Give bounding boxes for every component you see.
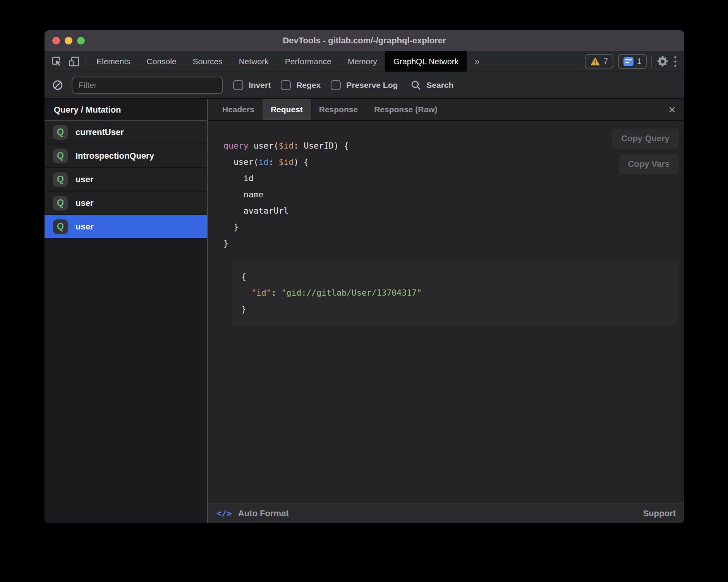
tab-console[interactable]: Console — [139, 51, 185, 72]
invert-checkbox-group: Invert — [233, 80, 271, 90]
devtools-tab-bar: Elements Console Sources Network Perform… — [45, 51, 684, 72]
list-item-user-3-selected[interactable]: Q user — [45, 215, 207, 239]
toolbar-separator — [86, 56, 86, 67]
more-tabs-chevron-icon[interactable]: » — [467, 51, 487, 72]
auto-format-control[interactable]: </> Auto Format — [216, 508, 289, 519]
block-requests-icon[interactable] — [52, 80, 63, 91]
tab-performance[interactable]: Performance — [277, 51, 340, 72]
more-options-icon[interactable] — [673, 55, 677, 68]
list-item-user-2[interactable]: Q user — [45, 192, 207, 215]
query-list-panel: Query / Mutation Q currentUser Q Introsp… — [45, 99, 207, 523]
inspect-element-icon[interactable] — [51, 56, 62, 67]
invert-label: Invert — [249, 80, 271, 90]
preserve-log-label: Preserve Log — [346, 80, 398, 90]
list-item-label: user — [76, 198, 93, 208]
list-item-label: IntrospectionQuery — [76, 151, 154, 161]
message-icon — [623, 57, 634, 66]
panel-footer: </> Auto Format Support — [208, 503, 684, 523]
invert-checkbox[interactable] — [233, 80, 243, 90]
detail-tabs: Headers Request Response Response (Raw) … — [208, 99, 684, 121]
query-list-header: Query / Mutation — [45, 99, 207, 121]
window-title: DevTools - gitlab.com/-/graphql-explorer — [45, 36, 684, 46]
device-toolbar-icon[interactable] — [68, 56, 80, 67]
detail-panel: Headers Request Response Response (Raw) … — [208, 99, 684, 523]
warnings-badge[interactable]: 7 — [585, 54, 613, 68]
tab-network[interactable]: Network — [231, 51, 277, 72]
close-panel-icon[interactable]: × — [668, 103, 676, 116]
query-type-badge: Q — [53, 219, 68, 234]
auto-format-label: Auto Format — [238, 508, 289, 519]
code-format-icon: </> — [216, 508, 232, 518]
tab-elements[interactable]: Elements — [88, 51, 139, 72]
request-content: Copy Query Copy Vars query user($id: Use… — [208, 121, 684, 503]
settings-gear-icon[interactable] — [656, 55, 669, 68]
devtools-window: DevTools - gitlab.com/-/graphql-explorer… — [45, 30, 684, 523]
list-item-label: user — [76, 175, 93, 185]
devtools-tabs: Elements Console Sources Network Perform… — [88, 51, 488, 72]
search-label: Search — [426, 80, 453, 90]
query-variables-box: { "id": "gid://gitlab/User/13704317"} — [231, 260, 678, 326]
title-bar: DevTools - gitlab.com/-/graphql-explorer — [45, 30, 684, 51]
list-item-label: user — [76, 222, 93, 232]
list-item-introspectionquery[interactable]: Q IntrospectionQuery — [45, 144, 207, 168]
query-type-badge: Q — [53, 196, 68, 211]
query-type-badge: Q — [53, 125, 68, 140]
warning-icon — [590, 57, 600, 66]
messages-badge[interactable]: 1 — [618, 54, 647, 69]
preserve-log-checkbox-group: Preserve Log — [331, 80, 398, 90]
search-control[interactable]: Search — [411, 80, 453, 90]
tab-memory[interactable]: Memory — [340, 51, 385, 72]
regex-checkbox-group: Regex — [281, 80, 321, 90]
devtools-status-area: 7 1 — [585, 51, 684, 72]
warnings-count: 7 — [604, 57, 608, 66]
tab-headers[interactable]: Headers — [214, 99, 263, 120]
filter-input[interactable] — [72, 77, 223, 94]
devtools-tool-icons — [45, 51, 86, 72]
tab-request[interactable]: Request — [263, 99, 311, 120]
list-item-currentuser[interactable]: Q currentUser — [45, 121, 207, 144]
tab-sources[interactable]: Sources — [185, 51, 231, 72]
query-type-badge: Q — [53, 172, 68, 187]
preserve-log-checkbox[interactable] — [331, 80, 341, 90]
main-area: Query / Mutation Q currentUser Q Introsp… — [45, 99, 684, 523]
tab-response[interactable]: Response — [311, 99, 366, 120]
list-item-user-1[interactable]: Q user — [45, 168, 207, 192]
support-link[interactable]: Support — [643, 508, 676, 519]
copy-query-button[interactable]: Copy Query — [612, 128, 679, 149]
filter-toolbar: Invert Regex Preserve Log Search — [45, 72, 684, 99]
search-icon — [411, 80, 421, 90]
copy-buttons: Copy Query Copy Vars — [612, 128, 679, 174]
tab-response-raw[interactable]: Response (Raw) — [366, 99, 445, 120]
status-separator — [651, 56, 652, 67]
tab-graphql-network[interactable]: GraphQL Network — [385, 51, 467, 72]
copy-vars-button[interactable]: Copy Vars — [618, 154, 679, 174]
regex-label: Regex — [296, 80, 321, 90]
list-item-label: currentUser — [76, 127, 124, 137]
messages-count: 1 — [637, 57, 641, 66]
regex-checkbox[interactable] — [281, 80, 291, 90]
query-type-badge: Q — [53, 149, 68, 163]
